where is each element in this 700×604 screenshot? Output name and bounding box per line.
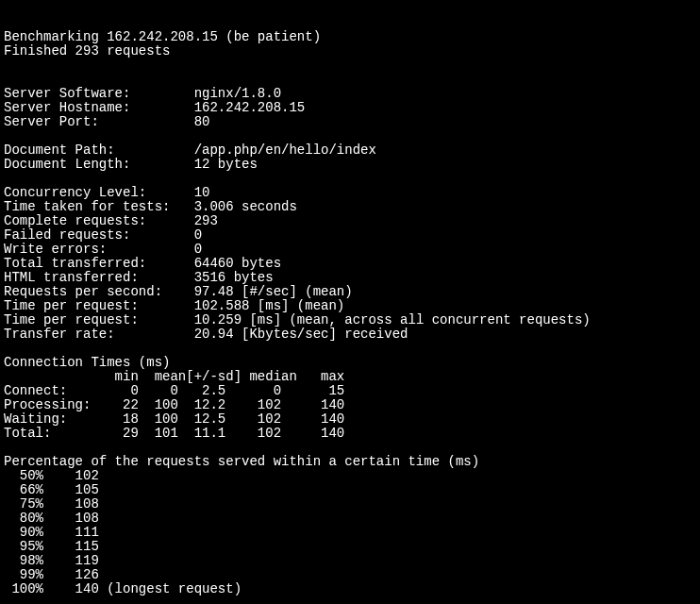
conn-times-title: Connection Times (ms) bbox=[4, 356, 696, 370]
concurrency: Concurrency Level: 10 bbox=[4, 186, 696, 200]
value: 102.588 [ms] (mean) bbox=[194, 298, 345, 313]
value: 3.006 seconds bbox=[194, 199, 297, 214]
benchmarking-line: Benchmarking 162.242.208.15 (be patient) bbox=[4, 30, 696, 44]
time-per-request-1: Time per request: 102.588 [ms] (mean) bbox=[4, 299, 696, 313]
p75: 75% 108 bbox=[4, 497, 696, 512]
conn-processing: Processing: 22 100 12.2 102 140 bbox=[4, 398, 696, 412]
value: 0 bbox=[194, 227, 202, 243]
label: Server Software: bbox=[4, 86, 130, 101]
p95: 95% 115 bbox=[4, 540, 696, 554]
value: 12 bytes bbox=[194, 157, 258, 172]
value: 97.48 [#/sec] (mean) bbox=[194, 284, 353, 299]
blank bbox=[4, 129, 696, 143]
failed-requests: Failed requests: 0 bbox=[4, 228, 696, 243]
label: Document Length: bbox=[4, 157, 130, 172]
total-transferred: Total transferred: 64460 bytes bbox=[4, 257, 696, 271]
p90: 90% 111 bbox=[4, 526, 696, 540]
blank bbox=[4, 342, 696, 356]
blank bbox=[4, 73, 696, 87]
value: 10 bbox=[194, 185, 210, 200]
label: Time per request: bbox=[4, 312, 139, 327]
label: Time taken for tests: bbox=[4, 199, 170, 214]
server-hostname: Server Hostname: 162.242.208.15 bbox=[4, 101, 696, 115]
complete-requests: Complete requests: 293 bbox=[4, 214, 696, 228]
p80: 80% 108 bbox=[4, 512, 696, 526]
label: Complete requests: bbox=[4, 213, 146, 228]
value: 0 bbox=[194, 242, 202, 257]
value: 80 bbox=[194, 114, 210, 129]
conn-times-header: min mean[+/-sd] median max bbox=[4, 370, 696, 384]
label: Write errors: bbox=[4, 242, 107, 257]
value: 3516 bytes bbox=[194, 270, 274, 285]
percentiles-title: Percentage of the requests served within… bbox=[4, 455, 696, 469]
label: HTML transferred: bbox=[4, 270, 139, 285]
server-port: Server Port: 80 bbox=[4, 115, 696, 129]
document-length: Document Length: 12 bytes bbox=[4, 158, 696, 172]
p50: 50% 102 bbox=[4, 469, 696, 483]
blank bbox=[4, 172, 696, 186]
document-path: Document Path: /app.php/en/hello/index bbox=[4, 143, 696, 158]
conn-total: Total: 29 101 11.1 102 140 bbox=[4, 427, 696, 441]
value: 162.242.208.15 bbox=[194, 100, 306, 115]
p98: 98% 119 bbox=[4, 554, 696, 568]
label: Concurrency Level: bbox=[4, 185, 146, 200]
label: Time per request: bbox=[4, 298, 139, 313]
value: 10.259 [ms] (mean, across all concurrent… bbox=[194, 312, 591, 327]
p99: 99% 126 bbox=[4, 568, 696, 582]
label: Failed requests: bbox=[4, 227, 130, 243]
label: Server Hostname: bbox=[4, 100, 130, 115]
value: /app.php/en/hello/index bbox=[194, 143, 376, 158]
value: 293 bbox=[194, 213, 218, 228]
value: 20.94 [Kbytes/sec] received bbox=[194, 327, 408, 342]
label: Total transferred: bbox=[4, 256, 146, 271]
time-taken: Time taken for tests: 3.006 seconds bbox=[4, 200, 696, 214]
label: Document Path: bbox=[4, 143, 115, 158]
value: nginx/1.8.0 bbox=[194, 86, 281, 101]
label: Transfer rate: bbox=[4, 327, 115, 342]
label: Server Port: bbox=[4, 114, 99, 129]
transfer-rate: Transfer rate: 20.94 [Kbytes/sec] receiv… bbox=[4, 327, 696, 342]
write-errors: Write errors: 0 bbox=[4, 243, 696, 257]
server-software: Server Software: nginx/1.8.0 bbox=[4, 87, 696, 101]
value: 64460 bytes bbox=[194, 256, 281, 271]
p100: 100% 140 (longest request) bbox=[4, 582, 696, 596]
label: Requests per second: bbox=[4, 284, 162, 299]
p66: 66% 105 bbox=[4, 483, 696, 497]
blank bbox=[4, 441, 696, 455]
requests-per-second: Requests per second: 97.48 [#/sec] (mean… bbox=[4, 285, 696, 299]
finished-line: Finished 293 requests bbox=[4, 44, 696, 59]
conn-waiting: Waiting: 18 100 12.5 102 140 bbox=[4, 412, 696, 427]
blank bbox=[4, 59, 696, 73]
conn-connect: Connect: 0 0 2.5 0 15 bbox=[4, 384, 696, 398]
time-per-request-2: Time per request: 10.259 [ms] (mean, acr… bbox=[4, 313, 696, 327]
html-transferred: HTML transferred: 3516 bytes bbox=[4, 271, 696, 285]
